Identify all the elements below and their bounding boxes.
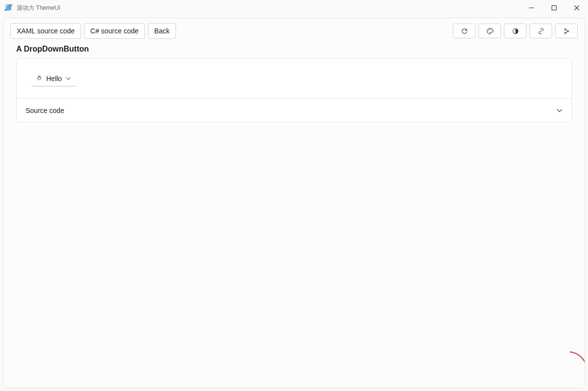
svg-point-1 bbox=[488, 30, 489, 31]
minimize-button[interactable] bbox=[520, 0, 543, 16]
source-code-expander[interactable]: Source code bbox=[17, 98, 571, 122]
toolbar: XAML source code C# source code Back bbox=[3, 23, 585, 44]
hand-icon bbox=[36, 75, 42, 82]
xaml-source-button[interactable]: XAML source code bbox=[10, 23, 81, 39]
svg-point-6 bbox=[567, 30, 568, 32]
close-button[interactable] bbox=[565, 0, 588, 16]
content-body: XAML source code C# source code Back A D… bbox=[3, 18, 585, 388]
maximize-icon bbox=[552, 5, 557, 10]
source-code-label: Source code bbox=[26, 107, 64, 114]
demo-card: Hello Source code bbox=[16, 58, 572, 122]
chevron-down-icon bbox=[557, 108, 562, 113]
settings-button[interactable] bbox=[555, 24, 578, 38]
close-icon bbox=[574, 5, 579, 10]
page-title: A DropDownButton bbox=[3, 44, 585, 58]
svg-rect-0 bbox=[552, 6, 557, 10]
svg-point-2 bbox=[489, 29, 490, 30]
settings-icon bbox=[563, 28, 570, 35]
refresh-icon bbox=[461, 28, 468, 35]
titlebar: 源 源动力 ThemeUI bbox=[0, 0, 588, 16]
minimize-icon bbox=[529, 5, 534, 10]
svg-point-7 bbox=[564, 32, 566, 33]
window-title: 源动力 ThemeUI bbox=[17, 4, 60, 12]
back-button[interactable]: Back bbox=[148, 23, 176, 39]
palette-icon bbox=[486, 28, 494, 35]
app-window: 源 源动力 ThemeUI XAML source code C# source… bbox=[0, 0, 588, 391]
link-button[interactable] bbox=[529, 24, 552, 38]
contrast-icon bbox=[512, 28, 519, 35]
dropdown-button[interactable]: Hello bbox=[31, 71, 76, 86]
app-icon: 源 bbox=[4, 4, 12, 12]
annotation-circle bbox=[548, 351, 585, 388]
palette-button[interactable] bbox=[478, 24, 501, 38]
refresh-button[interactable] bbox=[453, 24, 475, 38]
theme-toggle-button[interactable] bbox=[504, 24, 527, 38]
svg-point-3 bbox=[491, 29, 492, 30]
window-controls bbox=[520, 0, 588, 16]
csharp-source-button[interactable]: C# source code bbox=[84, 23, 145, 39]
svg-point-5 bbox=[564, 28, 566, 30]
link-icon bbox=[537, 28, 545, 35]
chevron-down-icon bbox=[66, 76, 71, 81]
demo-area: Hello bbox=[17, 59, 571, 98]
maximize-button[interactable] bbox=[543, 0, 565, 16]
dropdown-label: Hello bbox=[46, 75, 62, 83]
